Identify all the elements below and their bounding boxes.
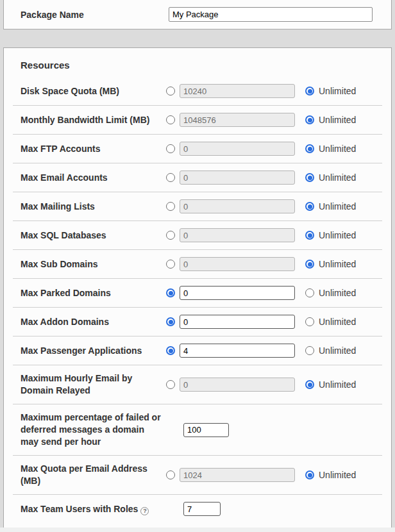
next-section-edge: [0, 528, 395, 532]
team-users-input[interactable]: [183, 502, 221, 516]
package-name-card: Package Name: [3, 0, 392, 29]
custom-value-radio[interactable]: [166, 87, 175, 96]
resource-row-max-sub-domains: Max Sub Domains Unlimited: [13, 249, 382, 278]
defer-fail-percentage-input[interactable]: [183, 423, 229, 437]
custom-value-radio[interactable]: [166, 144, 175, 153]
package-name-input[interactable]: [169, 7, 373, 22]
resource-label: Max Addon Domains: [21, 316, 166, 328]
packages-form-page: Package Name Resources Disk Space Quota …: [0, 0, 395, 530]
custom-value-radio[interactable]: [166, 380, 175, 389]
unlimited-radio[interactable]: [305, 144, 314, 153]
custom-value-input: [180, 468, 295, 482]
resource-row-max-team-users: Max Team Users with Roles?: [13, 494, 382, 523]
resource-label: Max Parked Domains: [21, 287, 166, 299]
resource-row-max-ftp-accounts: Max FTP Accounts Unlimited: [13, 134, 382, 163]
unlimited-radio[interactable]: [305, 173, 314, 182]
resource-label: Disk Space Quota (MB): [21, 85, 166, 97]
unlimited-radio[interactable]: [305, 346, 314, 355]
custom-value-input: [180, 113, 295, 127]
custom-value-radio[interactable]: [166, 173, 175, 182]
question-mark-icon[interactable]: ?: [140, 507, 149, 515]
unlimited-radio[interactable]: [305, 260, 314, 269]
unlimited-label: Unlimited: [319, 172, 356, 183]
resource-label: Max Quota per Email Address (MB): [21, 463, 166, 487]
custom-value-radio[interactable]: [166, 231, 175, 240]
unlimited-label: Unlimited: [319, 259, 356, 269]
unlimited-label: Unlimited: [319, 470, 356, 480]
resources-card: Resources Disk Space Quota (MB) Unlimite…: [3, 47, 392, 530]
package-name-label: Package Name: [21, 10, 169, 20]
resource-row-max-hourly-email-relayed: Maximum Hourly Email by Domain Relayed U…: [13, 365, 382, 404]
resource-row-max-defer-fail-percentage: Maximum percentage of failed or deferred…: [13, 404, 382, 455]
resource-label: Max Mailing Lists: [21, 201, 166, 213]
unlimited-label: Unlimited: [319, 144, 356, 154]
custom-value-radio[interactable]: [166, 202, 175, 211]
custom-value-radio[interactable]: [166, 260, 175, 269]
custom-value-input: [180, 257, 295, 271]
resource-label: Max Sub Domains: [21, 258, 166, 270]
resource-label: Max FTP Accounts: [21, 143, 166, 155]
unlimited-label: Unlimited: [319, 230, 356, 240]
custom-value-radio[interactable]: [166, 346, 175, 355]
unlimited-label: Unlimited: [319, 288, 356, 298]
resource-row-max-parked-domains: Max Parked Domains Unlimited: [13, 278, 382, 307]
package-name-row: Package Name: [4, 0, 391, 29]
resource-row-disk-space-quota: Disk Space Quota (MB) Unlimited: [13, 76, 382, 105]
custom-value-input[interactable]: [180, 315, 295, 329]
unlimited-label: Unlimited: [319, 86, 356, 96]
unlimited-label: Unlimited: [319, 345, 356, 356]
unlimited-radio[interactable]: [305, 317, 314, 326]
resource-row-max-email-accounts: Max Email Accounts Unlimited: [13, 163, 382, 192]
custom-value-input[interactable]: [180, 344, 295, 358]
unlimited-label: Unlimited: [319, 115, 356, 125]
resource-label: Monthly Bandwidth Limit (MB): [21, 114, 166, 126]
custom-value-input: [180, 199, 295, 213]
custom-value-input[interactable]: [180, 286, 295, 300]
resource-label: Max Team Users with Roles?: [21, 503, 166, 515]
resource-label-text: Max Team Users with Roles: [21, 504, 138, 514]
resources-section-title: Resources: [21, 60, 374, 71]
unlimited-radio[interactable]: [305, 470, 314, 479]
unlimited-radio[interactable]: [305, 288, 314, 297]
resource-label: Max SQL Databases: [21, 229, 166, 242]
custom-value-input: [180, 142, 295, 156]
unlimited-radio[interactable]: [305, 380, 314, 389]
unlimited-label: Unlimited: [319, 201, 356, 212]
unlimited-label: Unlimited: [319, 379, 356, 390]
custom-value-input: [180, 228, 295, 242]
custom-value-input: [180, 378, 295, 392]
resource-label: Max Passenger Applications: [21, 345, 166, 357]
resource-row-max-sql-databases: Max SQL Databases Unlimited: [13, 220, 382, 249]
resource-row-max-mailing-lists: Max Mailing Lists Unlimited: [13, 192, 382, 220]
unlimited-radio[interactable]: [305, 87, 314, 96]
custom-value-input: [180, 84, 295, 98]
unlimited-radio[interactable]: [305, 231, 314, 240]
resource-row-max-passenger-applications: Max Passenger Applications Unlimited: [13, 336, 382, 365]
unlimited-radio[interactable]: [305, 115, 314, 124]
custom-value-radio[interactable]: [166, 115, 175, 124]
custom-value-radio[interactable]: [166, 317, 175, 326]
custom-value-radio[interactable]: [166, 470, 175, 479]
unlimited-label: Unlimited: [319, 317, 356, 327]
resource-label: Max Email Accounts: [21, 172, 166, 184]
unlimited-radio[interactable]: [305, 202, 314, 211]
resource-label: Maximum percentage of failed or deferred…: [21, 411, 166, 448]
custom-value-radio[interactable]: [166, 288, 175, 297]
resource-row-monthly-bandwidth-limit: Monthly Bandwidth Limit (MB) Unlimited: [13, 105, 382, 134]
resource-row-max-email-quota: Max Quota per Email Address (MB) Unlimit…: [13, 455, 382, 494]
resource-label: Maximum Hourly Email by Domain Relayed: [21, 372, 166, 397]
custom-value-input: [180, 170, 295, 185]
resource-row-max-addon-domains: Max Addon Domains Unlimited: [13, 307, 382, 336]
